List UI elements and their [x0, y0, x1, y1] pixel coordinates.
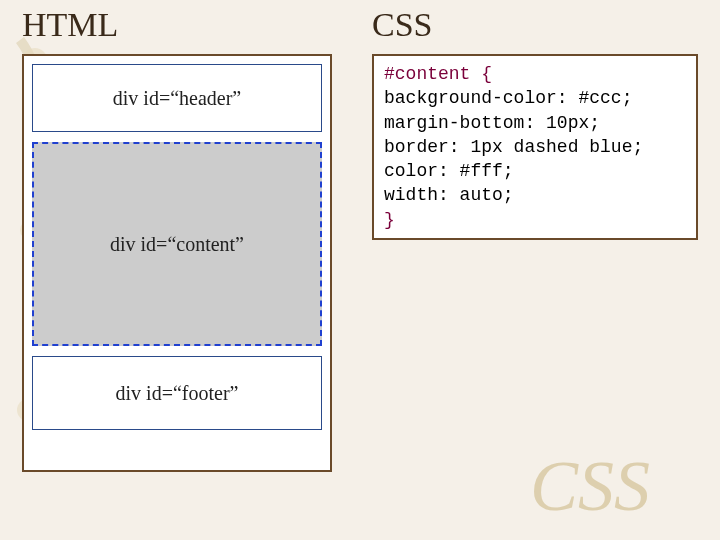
div-footer-label: div id=“footer”: [116, 382, 239, 405]
css-rule-1: margin-bottom: 10px;: [384, 113, 600, 133]
div-content-label: div id=“content”: [110, 233, 244, 256]
css-code-block: #content { background-color: #ccc; margi…: [372, 54, 698, 240]
html-column-heading: HTML: [22, 6, 342, 44]
css-column-heading: CSS: [372, 6, 698, 44]
css-selector: #content: [384, 64, 470, 84]
div-footer-box: div id=“footer”: [32, 356, 322, 430]
css-rule-3: color: #fff;: [384, 161, 514, 181]
html-layout-diagram: div id=“header” div id=“content” div id=…: [22, 54, 332, 472]
div-header-label: div id=“header”: [113, 87, 241, 110]
css-rule-4: width: auto;: [384, 185, 514, 205]
div-content-box: div id=“content”: [32, 142, 322, 346]
css-rule-0: background-color: #ccc;: [384, 88, 632, 108]
css-rule-2: border: 1px dashed blue;: [384, 137, 643, 157]
div-header-box: div id=“header”: [32, 64, 322, 132]
